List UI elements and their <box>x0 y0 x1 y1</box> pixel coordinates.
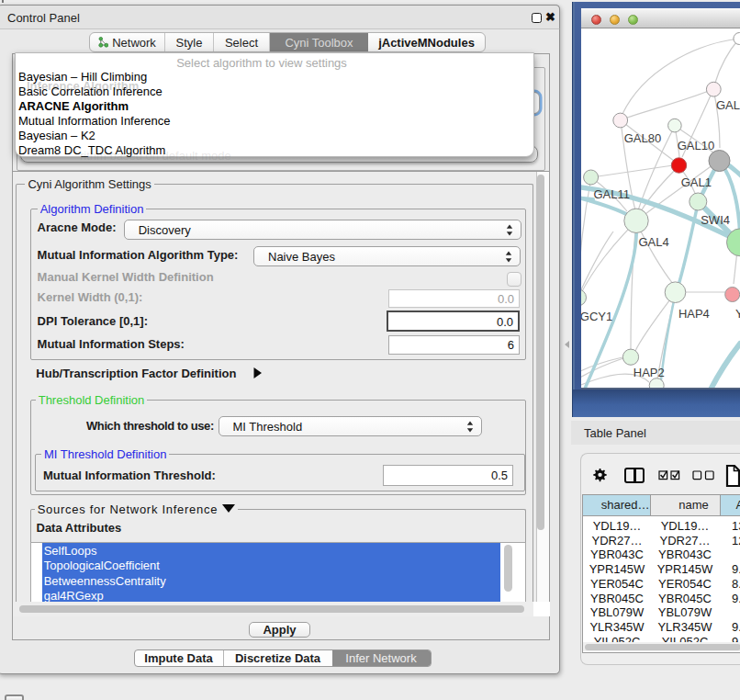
svg-text:GAL11: GAL11 <box>593 187 630 201</box>
svg-text:HAP4: HAP4 <box>678 307 710 321</box>
svg-text:GCY1: GCY1 <box>581 310 612 323</box>
svg-text:Y: Y <box>735 307 740 321</box>
svg-text:GAL10: GAL10 <box>678 139 714 152</box>
svg-text:GAL1: GAL1 <box>681 175 712 189</box>
svg-text:HAP2: HAP2 <box>633 366 665 379</box>
svg-text:GAL80: GAL80 <box>624 131 661 145</box>
svg-text:GAL4: GAL4 <box>639 235 669 249</box>
svg-text:SWI4: SWI4 <box>701 213 730 227</box>
svg-text:GAL5: GAL5 <box>716 98 740 112</box>
